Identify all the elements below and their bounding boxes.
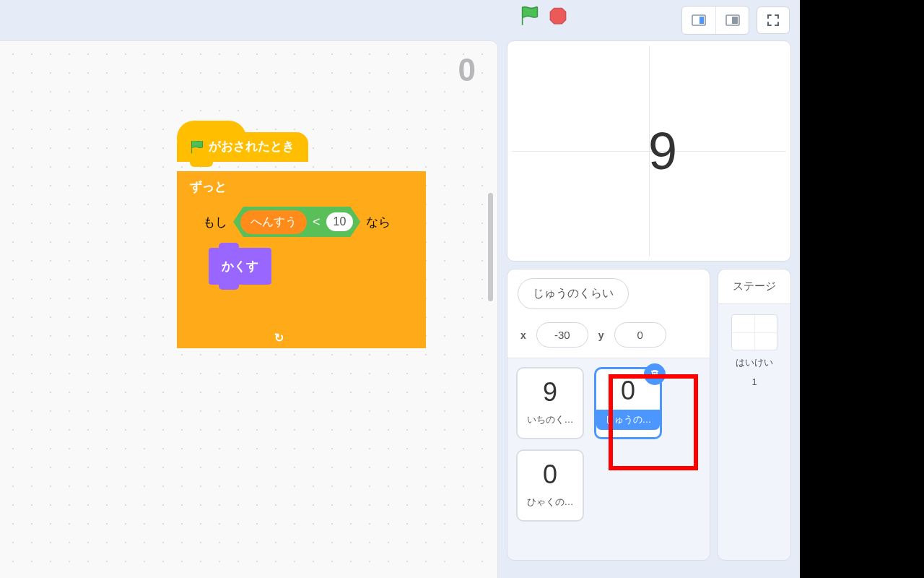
x-input[interactable]: -30 — [536, 322, 588, 348]
sprite-tile-hyaku[interactable]: 0 ひゃくの… — [516, 449, 584, 522]
sprite-costume-preview: 9 — [543, 378, 557, 407]
sprite-tile-juu[interactable]: 0 じゅうの… — [594, 367, 662, 439]
svg-rect-4 — [732, 17, 738, 24]
loop-arrow-icon: ↻ — [274, 331, 284, 345]
stage-panel-title: ステージ — [718, 269, 790, 304]
view-controls — [0, 0, 800, 40]
script-editor[interactable]: 0 がおされたとき ずっと ↻ もし へんすう — [0, 40, 498, 578]
y-label: y — [596, 329, 607, 341]
sprite-panel: じゅうのくらい x -30 y 0 9 いちのく… 0 じゅうの… 0 — [507, 269, 710, 561]
svg-rect-2 — [699, 17, 704, 24]
app-root: 0 がおされたとき ずっと ↻ もし へんすう — [0, 0, 800, 578]
hide-block[interactable]: かくす — [209, 248, 271, 285]
sprite-info-header: じゅうのくらい x -30 y 0 — [507, 269, 710, 358]
variable-reporter[interactable]: へんすう — [240, 210, 307, 234]
sprite-tile-label: じゅうの… — [596, 410, 660, 430]
sprite-tile-label: いちのく… — [518, 411, 583, 428]
then-label: なら — [366, 214, 391, 230]
sprite-name-input[interactable]: じゅうのくらい — [518, 278, 629, 309]
forever-label: ずっと — [190, 180, 227, 194]
stage-selector-panel: ステージ はいけい 1 — [718, 269, 791, 561]
layout-toggle-group — [681, 6, 749, 35]
stage-sprite-display: 9 — [648, 121, 677, 181]
hide-label: かくす — [222, 259, 258, 273]
sprite-tile-ichi[interactable]: 9 いちのく… — [516, 367, 584, 439]
if-label: もし — [203, 214, 227, 230]
sprite-list: 9 いちのく… 0 じゅうの… 0 ひゃくの… — [507, 358, 710, 530]
green-flag-icon[interactable] — [520, 5, 540, 27]
fullscreen-button[interactable] — [757, 7, 790, 34]
delete-sprite-button[interactable] — [644, 363, 666, 385]
when-flag-clicked-block[interactable]: がおされたとき — [177, 132, 308, 162]
sprite-costume-preview: 0 — [621, 376, 635, 405]
run-controls — [520, 5, 567, 27]
backdrop-count: 1 — [718, 376, 790, 387]
x-label: x — [518, 329, 529, 341]
sprite-tile-label: ひゃくの… — [518, 493, 583, 511]
stage[interactable]: 9 — [507, 40, 791, 262]
y-input[interactable]: 0 — [614, 322, 666, 348]
monitor-readout: 0 — [458, 52, 476, 88]
large-stage-button[interactable] — [715, 7, 749, 34]
small-stage-button[interactable] — [682, 7, 715, 34]
backdrop-label: はいけい — [718, 356, 790, 369]
stage-thumbnail[interactable] — [731, 314, 777, 350]
lt-symbol: < — [311, 215, 322, 230]
svg-marker-0 — [550, 8, 566, 24]
scrollbar[interactable] — [488, 193, 493, 301]
sprite-costume-preview: 0 — [543, 460, 557, 489]
less-than-operator[interactable]: へんすう < 10 — [233, 207, 360, 237]
number-input[interactable]: 10 — [326, 212, 354, 231]
stop-icon[interactable] — [549, 7, 567, 25]
